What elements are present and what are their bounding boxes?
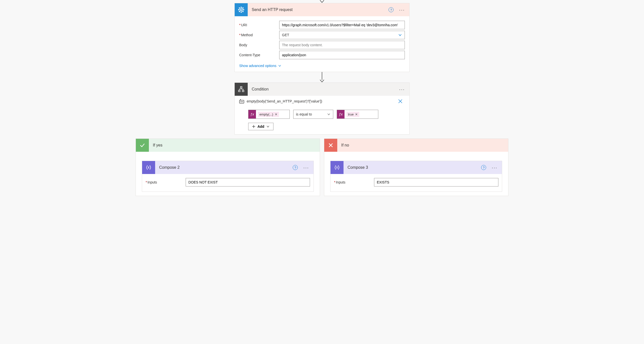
if-yes-title: If yes — [149, 143, 162, 148]
compose-icon — [331, 161, 344, 174]
compose-yes-title: Compose 2 — [155, 165, 293, 170]
right-expression-pill[interactable]: true ✕ — [347, 112, 359, 117]
compose-no-card: Compose 3 ? ··· *Inputs — [330, 161, 502, 192]
svg-point-3 — [238, 9, 239, 10]
chevron-down-icon — [278, 64, 281, 68]
if-yes-branch: If yes Compose 2 ? — [136, 138, 320, 196]
inputs-label: Inputs — [147, 180, 157, 184]
svg-line-14 — [242, 8, 243, 9]
condition-right-value[interactable]: ƒx true ✕ — [337, 110, 378, 119]
svg-line-13 — [240, 8, 241, 9]
svg-point-1 — [241, 7, 241, 8]
condition-left-value[interactable]: ƒx empty(...) ✕ — [248, 110, 290, 119]
if-no-header[interactable]: If no — [324, 139, 508, 152]
svg-line-16 — [242, 10, 243, 11]
more-menu-icon[interactable]: ··· — [302, 165, 310, 170]
condition-icon — [235, 83, 248, 96]
more-menu-icon[interactable]: ··· — [398, 87, 406, 92]
close-icon[interactable] — [396, 99, 405, 104]
left-expression-pill[interactable]: empty(...) ✕ — [258, 112, 279, 117]
compose-no-inputs[interactable] — [374, 178, 498, 186]
if-yes-header[interactable]: If yes — [136, 139, 320, 152]
expression-icon — [239, 99, 244, 104]
uri-label: URI — [241, 23, 247, 27]
compose-yes-card: Compose 2 ? ··· *Inputs — [142, 161, 314, 192]
compose-yes-header[interactable]: Compose 2 ? ··· — [142, 161, 313, 174]
connector-arrow — [319, 72, 325, 82]
http-card-header[interactable]: Send an HTTP request ? ··· — [235, 3, 409, 16]
more-menu-icon[interactable]: ··· — [398, 7, 406, 12]
svg-point-0 — [240, 9, 242, 11]
remove-pill-icon[interactable]: ✕ — [275, 112, 277, 116]
close-icon — [324, 139, 337, 152]
chevron-down-icon — [398, 33, 402, 37]
method-value: GET — [282, 33, 289, 37]
svg-point-26 — [241, 102, 242, 102]
more-menu-icon[interactable]: ··· — [490, 165, 499, 170]
compose-yes-inputs[interactable] — [186, 178, 310, 186]
svg-rect-17 — [240, 86, 242, 88]
add-condition-button[interactable]: Add — [248, 123, 273, 130]
method-select[interactable]: GET — [279, 31, 405, 39]
svg-point-4 — [243, 9, 244, 10]
if-no-branch: If no Compose 3 ? — [324, 138, 508, 196]
fx-icon: ƒx — [337, 110, 345, 118]
compose-icon — [142, 161, 155, 174]
http-request-card: Send an HTTP request ? ··· *URI *Method — [234, 3, 410, 72]
chevron-down-icon — [266, 125, 270, 128]
svg-point-25 — [240, 102, 241, 102]
body-input[interactable] — [279, 41, 405, 49]
http-card-title: Send an HTTP request — [248, 8, 389, 12]
condition-operator-select[interactable]: is equal to — [293, 110, 333, 119]
method-label: Method — [241, 33, 253, 37]
condition-expression: empty(body('Send_an_HTTP_request')?['val… — [247, 99, 393, 103]
content-type-input[interactable] — [279, 51, 405, 59]
check-icon — [136, 139, 149, 152]
svg-point-2 — [241, 12, 241, 12]
condition-card-title: Condition — [248, 87, 398, 92]
svg-point-27 — [242, 102, 243, 102]
condition-card: Condition ··· em — [234, 82, 410, 134]
fx-icon: ƒx — [248, 110, 256, 118]
compose-no-title: Compose 3 — [344, 165, 481, 170]
chevron-down-icon — [327, 112, 331, 116]
content-type-label: Content-Type — [239, 53, 260, 57]
svg-rect-22 — [238, 90, 240, 92]
plus-icon — [252, 125, 255, 128]
uri-input[interactable] — [279, 21, 405, 29]
compose-no-header[interactable]: Compose 3 ? ··· — [331, 161, 502, 174]
condition-card-header[interactable]: Condition ··· — [235, 83, 409, 96]
connector-arrowhead-top — [319, 0, 325, 3]
show-advanced-toggle[interactable]: Show advanced options — [239, 64, 281, 68]
svg-rect-23 — [242, 90, 244, 92]
help-icon[interactable]: ? — [389, 7, 394, 12]
remove-pill-icon[interactable]: ✕ — [355, 112, 358, 116]
inputs-label: Inputs — [336, 180, 345, 184]
svg-line-15 — [240, 10, 241, 11]
http-icon — [235, 3, 248, 16]
if-no-title: If no — [337, 143, 349, 148]
help-icon[interactable]: ? — [293, 165, 298, 170]
body-label: Body — [239, 43, 247, 47]
help-icon[interactable]: ? — [481, 165, 486, 170]
